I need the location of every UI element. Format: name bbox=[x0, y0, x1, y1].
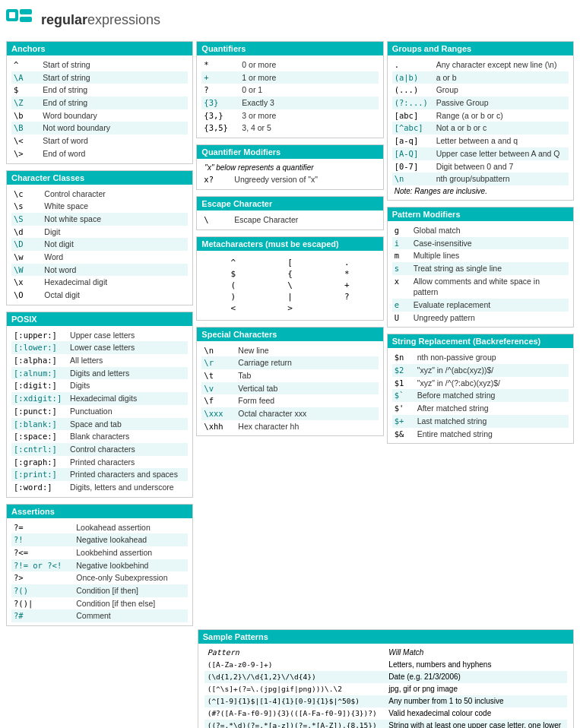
table-row: ?>Once-only Subexpression bbox=[11, 571, 188, 584]
meta-char: > bbox=[261, 302, 319, 314]
table-row: ?<=Lookbehind assertion bbox=[11, 546, 188, 559]
table-row: ^ Start of string bbox=[11, 59, 188, 71]
posix-table: [:upper:]Upper case letters [:lower:]Low… bbox=[11, 329, 188, 494]
table-row: \fForm feed bbox=[201, 394, 378, 407]
table-row: Pattern Will Match bbox=[204, 647, 567, 659]
groups-ranges-table: .Any character except new line (\n) (a|b… bbox=[392, 59, 569, 185]
table-row: [A-Q]Upper case letter between A and Q bbox=[392, 147, 569, 160]
table-row: {3,5}3, 4 or 5 bbox=[201, 122, 378, 135]
quantifiers-body: *0 or more +1 or more ?0 or 1 {3}Exactly… bbox=[197, 55, 382, 138]
posix-section: POSIX [:upper:]Upper case letters [:lowe… bbox=[6, 312, 193, 498]
table-row: \cControl character bbox=[11, 188, 188, 201]
groups-ranges-body: .Any character except new line (\n) (a|b… bbox=[388, 55, 573, 200]
svg-rect-1 bbox=[20, 9, 32, 14]
sample-patterns-table: Pattern Will Match ([A-Za-z0-9-]+) Lette… bbox=[204, 647, 567, 728]
table-row: gGlobal match bbox=[392, 224, 569, 237]
sample-patterns-section: Sample Patterns Pattern Will Match ([A-Z… bbox=[198, 629, 574, 728]
table-row: ?#Comment bbox=[11, 609, 188, 622]
table-row: +1 or more bbox=[201, 71, 378, 84]
assertions-body: ?=Lookahead assertion ?!Negative lookahe… bbox=[7, 518, 192, 626]
content-area: Anchors ^ Start of string \A Start of st… bbox=[6, 41, 574, 629]
table-row: (^[1-9]{1}$|[1-4]{1}[0-9]{1}$|^50$) Any … bbox=[204, 695, 567, 707]
table-row: [:xdigit:]Hexadecimal digits bbox=[11, 392, 188, 405]
table-row: ?()|Condition [if then else] bbox=[11, 597, 188, 610]
escape-character-section: Escape Character \Escape Character bbox=[196, 196, 383, 230]
meta-char: \ bbox=[261, 280, 319, 291]
bottom-col1-spacer bbox=[6, 629, 195, 728]
anchor-code: \b bbox=[11, 109, 40, 122]
table-row: [:word:]Digits, letters and underscore bbox=[11, 481, 188, 494]
table-row: [:upper:]Upper case letters bbox=[11, 329, 188, 342]
table-row: (...)Group bbox=[392, 84, 569, 97]
anchor-code: \Z bbox=[11, 97, 40, 109]
sample-patterns-body: Pattern Will Match ([A-Za-z0-9-]+) Lette… bbox=[198, 644, 573, 728]
site-title: regularexpressions bbox=[41, 12, 160, 28]
table-row: eEvaluate replacement bbox=[392, 299, 569, 312]
anchor-desc: Not word boundary bbox=[40, 122, 188, 135]
table-row: \dDigit bbox=[11, 226, 188, 239]
groups-ranges-section: Groups and Ranges .Any character except … bbox=[387, 41, 574, 201]
table-row: [:punct:]Punctuation bbox=[11, 405, 188, 418]
escape-character-table: \Escape Character bbox=[201, 214, 378, 226]
table-row: [a-q]Letter between a and q bbox=[392, 135, 569, 147]
assertions-section: Assertions ?=Lookahead assertion ?!Negat… bbox=[6, 504, 193, 627]
anchors-section: Anchors ^ Start of string \A Start of st… bbox=[6, 41, 193, 164]
table-row: [:blank:]Space and tab bbox=[11, 418, 188, 431]
table-row: ([^\s]+(?=\.(jpg|gif|png)))\.\2 jpg, gif… bbox=[204, 683, 567, 695]
table-row: sTreat string as single line bbox=[392, 262, 569, 275]
table-row: .Any character except new line (\n) bbox=[392, 59, 569, 71]
anchor-code: \A bbox=[11, 71, 40, 84]
string-replacement-header: String Replacement (Backreferences) bbox=[388, 334, 573, 348]
special-characters-body: \nNew line \rCarriage return \tTab \vVer… bbox=[197, 341, 382, 436]
escape-character-body: \Escape Character bbox=[197, 210, 382, 229]
metacharacters-grid: ^ [ . $ { * ( \ + ) | ? < > bbox=[201, 254, 378, 317]
table-row: [:alnum:]Digits and letters bbox=[11, 367, 188, 380]
table-row: $ End of string bbox=[11, 84, 188, 97]
bottom-area: Sample Patterns Pattern Will Match ([A-Z… bbox=[6, 629, 574, 728]
special-characters-header: Special Characters bbox=[197, 328, 382, 341]
logo-icon bbox=[6, 9, 35, 30]
anchor-code: \B bbox=[11, 122, 40, 135]
table-row: *0 or more bbox=[201, 59, 378, 71]
meta-char: * bbox=[319, 268, 376, 280]
svg-rect-3 bbox=[9, 12, 15, 18]
table-row: $nnth non-passive group bbox=[392, 351, 569, 364]
table-row: [:space:]Blank characters bbox=[11, 430, 188, 443]
svg-rect-2 bbox=[20, 17, 32, 22]
meta-char: < bbox=[204, 302, 261, 314]
anchors-table: ^ Start of string \A Start of string $ E… bbox=[11, 59, 188, 160]
anchor-code: \> bbox=[11, 147, 40, 160]
table-row: \Z End of string bbox=[11, 97, 188, 109]
table-row: ?=Lookahead assertion bbox=[11, 521, 188, 534]
special-characters-section: Special Characters \nNew line \rCarriage… bbox=[196, 327, 383, 437]
col-pattern-header: Pattern bbox=[204, 647, 386, 659]
table-row: [^abc]Not a or b or c bbox=[392, 122, 569, 135]
table-row: UUngreedy pattern bbox=[392, 312, 569, 324]
table-row: \sWhite space bbox=[11, 200, 188, 213]
anchor-code: \< bbox=[11, 135, 40, 147]
quantifier-modifiers-section: Quantifier Modifiers "x" below represent… bbox=[196, 144, 383, 190]
table-row: \tTab bbox=[201, 369, 378, 382]
table-row: [0-7]Digit between 0 and 7 bbox=[392, 160, 569, 173]
assertions-header: Assertions bbox=[7, 505, 192, 518]
table-row: $&Entire matched string bbox=[392, 428, 569, 441]
table-row: [:print:]Printed characters and spaces bbox=[11, 468, 188, 481]
metacharacters-section: Metacharacters (must be escaped) ^ [ . $… bbox=[196, 236, 383, 321]
table-row: [:alpha:]All letters bbox=[11, 354, 188, 367]
quantifier-modifiers-header: Quantifier Modifiers bbox=[197, 145, 382, 159]
anchor-desc: Start of word bbox=[40, 135, 188, 147]
header: regularexpressions bbox=[6, 6, 574, 33]
table-row: ?()Condition [if then] bbox=[11, 584, 188, 597]
meta-char: ^ bbox=[204, 257, 261, 268]
anchor-desc: End of string bbox=[40, 97, 188, 109]
character-classes-header: Character Classes bbox=[7, 171, 192, 185]
table-row: [abc]Range (a or b or c) bbox=[392, 109, 569, 122]
anchor-code: ^ bbox=[11, 59, 40, 71]
column-2: Quantifiers *0 or more +1 or more ?0 or … bbox=[196, 41, 383, 439]
table-row: \xhhHex character hh bbox=[201, 420, 378, 433]
table-row: \nnth group/subpattern bbox=[392, 173, 569, 185]
table-row: (\d{1,2}\/\d{1,2}\/\d{4}) Date (e.g. 21/… bbox=[204, 671, 567, 683]
anchors-header: Anchors bbox=[7, 42, 192, 55]
string-replacement-section: String Replacement (Backreferences) $nnt… bbox=[387, 334, 574, 444]
anchor-desc: End of string bbox=[40, 84, 188, 97]
